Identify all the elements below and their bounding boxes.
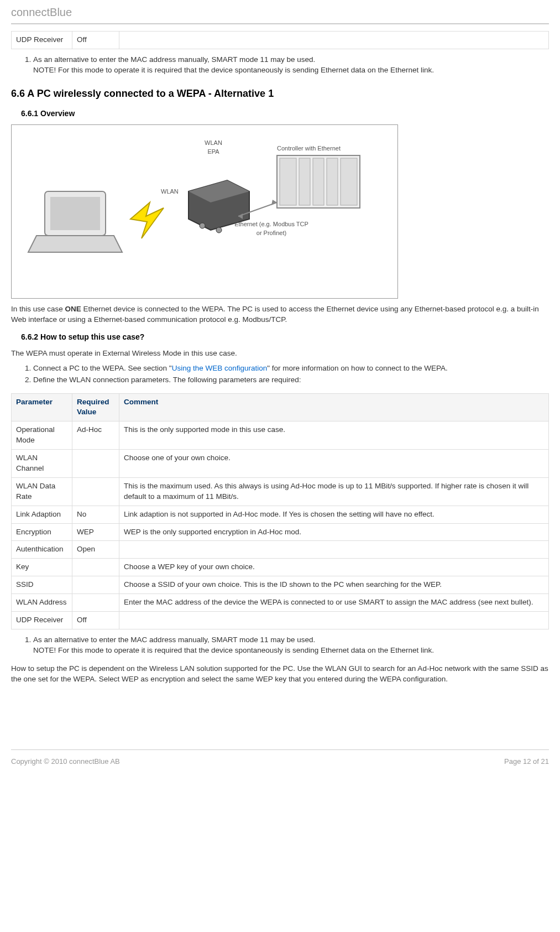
table-row: WLAN Data RateThis is the maximum used. …	[12, 477, 549, 506]
overview-pre: In this use case	[11, 305, 65, 313]
cell-req: No	[72, 506, 119, 523]
cell-comment: Choose a WEP key of your own choice.	[119, 559, 549, 576]
cell-comment	[119, 32, 549, 49]
footer-divider	[11, 749, 549, 750]
cell-param: WLAN Data Rate	[12, 477, 72, 506]
parameters-table: Parameter Required Value Comment Operati…	[11, 393, 549, 629]
cell-req: WEP	[72, 523, 119, 541]
svg-rect-10	[299, 158, 310, 205]
cell-req	[72, 559, 119, 576]
cell-param: Autenthication	[12, 541, 72, 559]
svg-point-7	[216, 227, 222, 233]
note-line2: NOTE! For this mode to operate it is req…	[33, 66, 434, 74]
cell-req	[72, 576, 119, 594]
table-row: SSIDChoose a SSID of your own choice. Th…	[12, 576, 549, 594]
svg-marker-2	[28, 236, 122, 252]
header-param: Parameter	[12, 393, 72, 421]
svg-rect-12	[327, 158, 338, 205]
note-line2: NOTE! For this mode to operate it is req…	[33, 646, 434, 654]
cell-comment: Enter the MAC address of the device the …	[119, 594, 549, 612]
overview-diagram: WLAN EPA WLAN Controller with Ethernet E…	[11, 124, 398, 299]
cell-comment: WEP is the only supported encryption in …	[119, 523, 549, 541]
cell-param: UDP Receiver	[12, 32, 72, 49]
table-header-row: Parameter Required Value Comment	[12, 393, 549, 421]
list-item: As an alternative to enter the MAC addre…	[33, 55, 549, 76]
cell-param: Encryption	[12, 523, 72, 541]
cell-req: Off	[72, 611, 119, 629]
svg-rect-13	[341, 158, 357, 205]
step-pre: Define the WLAN connection parameters. T…	[33, 376, 301, 384]
label-ethernet: Ethernet (e.g. Modbus TCP or Profinet)	[230, 220, 313, 237]
howto-steps: Connect a PC to the WEPA. See section "U…	[22, 363, 549, 386]
table-row: AutenthicationOpen	[12, 541, 549, 559]
udp-receiver-table: UDP Receiver Off	[11, 31, 549, 49]
table-row: UDP ReceiverOff	[12, 611, 549, 629]
overview-text: In this use case ONE Ethernet device is …	[11, 304, 549, 325]
header-divider	[11, 23, 549, 24]
cell-param: SSID	[12, 576, 72, 594]
table-row: WLAN AddressEnter the MAC address of the…	[12, 594, 549, 612]
pc-setup-text: How to setup the PC is dependent on the …	[11, 664, 549, 685]
howto-intro: The WEPA must operate in External Wirele…	[11, 348, 549, 359]
cell-comment	[119, 611, 549, 629]
overview-title: 6.6.1 Overview	[21, 108, 549, 119]
cell-comment: Link adaption is not supported in Ad-Hoc…	[119, 506, 549, 523]
footer-page: Page 12 of 21	[504, 757, 549, 767]
cell-param: Operational Mode	[12, 421, 72, 450]
svg-marker-15	[271, 200, 277, 205]
table-row: EncryptionWEPWEP is the only supported e…	[12, 523, 549, 541]
step-pre: Connect a PC to the WEPA. See section "	[33, 364, 172, 372]
svg-rect-9	[280, 158, 296, 205]
table-row: UDP Receiver Off	[12, 32, 549, 49]
cell-comment	[119, 541, 549, 559]
header-comment: Comment	[119, 393, 549, 421]
cell-req: Open	[72, 541, 119, 559]
table-row: WLAN ChannelChoose one of your own choic…	[12, 450, 549, 478]
section-6-6-title: 6.6 A PC wirelessly connected to a WEPA …	[11, 87, 549, 101]
howto-title: 6.6.2 How to setup this use case?	[21, 332, 549, 343]
label-controller: Controller with Ethernet	[277, 144, 341, 153]
note-line1: As an alternative to enter the MAC addre…	[33, 636, 315, 644]
cell-comment: This is the only supported mode in this …	[119, 421, 549, 450]
cell-param: UDP Receiver	[12, 611, 72, 629]
page-header: connectBlue	[11, 0, 549, 23]
list-item: As an alternative to enter the MAC addre…	[33, 635, 549, 656]
svg-rect-11	[313, 158, 324, 205]
cell-req	[72, 477, 119, 506]
svg-rect-1	[50, 197, 100, 230]
table-row: KeyChoose a WEP key of your own choice.	[12, 559, 549, 576]
header-req: Required Value	[72, 393, 119, 421]
cell-comment: Choose one of your own choice.	[119, 450, 549, 478]
overview-post: Ethernet device is connected to the WEPA…	[11, 305, 539, 324]
cell-req	[72, 594, 119, 612]
cell-comment: This is the maximum used. As this always…	[119, 477, 549, 506]
note-list-1: As an alternative to enter the MAC addre…	[22, 55, 549, 76]
cell-param: Link Adaption	[12, 506, 72, 523]
svg-marker-3	[130, 202, 164, 238]
table-row: Link AdaptionNoLink adaption is not supp…	[12, 506, 549, 523]
overview-bold: ONE	[65, 305, 81, 313]
list-item: Define the WLAN connection parameters. T…	[33, 375, 549, 386]
web-config-link[interactable]: Using the WEB configuration	[172, 364, 268, 372]
cell-req: Ad-Hoc	[72, 421, 119, 450]
table-row: Operational ModeAd-HocThis is the only s…	[12, 421, 549, 450]
svg-point-6	[200, 223, 205, 228]
cell-param: WLAN Channel	[12, 450, 72, 478]
cell-req: Off	[72, 32, 119, 49]
list-item: Connect a PC to the WEPA. See section "U…	[33, 363, 549, 374]
label-wlan-epa: WLAN EPA	[197, 139, 230, 156]
footer-copyright: Copyright © 2010 connectBlue AB	[11, 757, 120, 767]
cell-param: Key	[12, 559, 72, 576]
note-list-2: As an alternative to enter the MAC addre…	[22, 635, 549, 656]
cell-param: WLAN Address	[12, 594, 72, 612]
note-line1: As an alternative to enter the MAC addre…	[33, 55, 315, 64]
step-post: " for more information on how to connect…	[267, 364, 447, 372]
cell-comment: Choose a SSID of your own choice. This i…	[119, 576, 549, 594]
cell-req	[72, 450, 119, 478]
page-footer: Copyright © 2010 connectBlue AB Page 12 …	[11, 754, 549, 775]
label-wlan: WLAN	[161, 188, 179, 196]
